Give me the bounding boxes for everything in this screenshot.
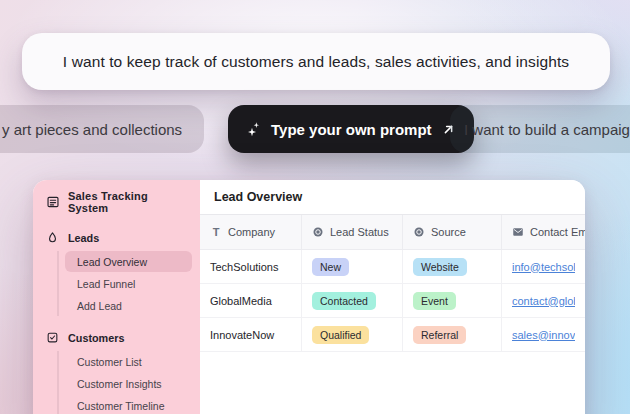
status-badge: Qualified <box>312 326 369 344</box>
select-icon <box>413 226 425 238</box>
sidebar-section-label: Customers <box>68 332 124 344</box>
sidebar-item-lead-funnel[interactable]: Lead Funnel <box>65 273 192 294</box>
sidebar-item-label: Lead Funnel <box>77 278 135 290</box>
prompt-bubble-text: I want to keep track of customers and le… <box>63 53 569 71</box>
cell-lead-status[interactable]: New <box>302 250 403 283</box>
sidebar-sublist-customers: Customer List Customer Insights Customer… <box>57 351 192 414</box>
prompt-chip-right-label: I want to build a campaign <box>464 121 630 138</box>
sidebar-item-customer-insights[interactable]: Customer Insights <box>65 373 192 394</box>
form-list-icon <box>46 195 60 209</box>
column-header-contact-email[interactable]: Contact Email <box>502 215 585 249</box>
envelope-icon <box>512 226 524 238</box>
column-header-label: Lead Status <box>330 226 389 238</box>
status-badge: Contacted <box>312 292 376 310</box>
sidebar-item-label: Customer List <box>77 356 142 368</box>
source-badge: Website <box>413 258 467 276</box>
sidebar-item-label: Customer Timeline <box>77 400 165 412</box>
type-your-own-prompt-button[interactable]: Type your own prompt <box>228 105 474 153</box>
sidebar-sublist-leads: Lead Overview Lead Funnel Add Lead <box>57 251 192 316</box>
source-badge: Event <box>413 292 456 310</box>
select-icon <box>312 226 324 238</box>
sidebar-item-customer-list[interactable]: Customer List <box>65 351 192 372</box>
prompt-chip-left-label: y art pieces and collections <box>2 121 182 138</box>
sidebar-item-add-lead[interactable]: Add Lead <box>65 295 192 316</box>
cell-source[interactable]: Event <box>403 284 502 317</box>
cell-source[interactable]: Referral <box>403 318 502 351</box>
email-link[interactable]: sales@innovatenow.com <box>512 329 575 341</box>
sidebar: Sales Tracking System Leads Lead Overvie… <box>33 180 200 414</box>
cell-lead-status[interactable]: Contacted <box>302 284 403 317</box>
app-window: Sales Tracking System Leads Lead Overvie… <box>33 180 585 414</box>
source-badge: Referral <box>413 326 466 344</box>
column-header-label: Company <box>228 226 275 238</box>
sidebar-item-label: Lead Overview <box>77 256 147 268</box>
company-name: TechSolutions <box>210 261 279 273</box>
page-title: Lead Overview <box>200 180 585 215</box>
page-background: I want to keep track of customers and le… <box>0 0 630 414</box>
email-link[interactable]: contact@globalmedia.com <box>512 295 575 307</box>
column-header-source[interactable]: Source <box>403 215 502 249</box>
table-header-row: T Company Lead Status <box>200 215 585 250</box>
sidebar-item-label: Add Lead <box>77 300 122 312</box>
sidebar-section-leads[interactable]: Leads <box>33 228 200 248</box>
sidebar-item-label: Customer Insights <box>77 378 162 390</box>
column-header-company[interactable]: T Company <box>200 215 302 249</box>
sidebar-section-label: Leads <box>68 232 99 244</box>
status-badge: New <box>312 258 349 276</box>
droplet-icon <box>46 231 60 245</box>
sidebar-section-customers[interactable]: Customers <box>33 328 200 348</box>
table-row: InnovateNow Qualified Referral sales@inn… <box>200 318 585 352</box>
sidebar-header: Sales Tracking System <box>33 188 200 216</box>
main-content: Lead Overview T Company Lead Status <box>200 180 585 414</box>
cell-contact-email: info@techsolutions.com <box>502 250 585 283</box>
prompt-bubble[interactable]: I want to keep track of customers and le… <box>22 33 610 90</box>
table-row: GlobalMedia Contacted Event contact@glob… <box>200 284 585 318</box>
cell-company[interactable]: GlobalMedia <box>200 284 302 317</box>
company-name: InnovateNow <box>210 329 274 341</box>
app-title: Sales Tracking System <box>68 190 187 214</box>
company-name: GlobalMedia <box>210 295 272 307</box>
page-title-text: Lead Overview <box>214 190 302 204</box>
sidebar-item-customer-timeline[interactable]: Customer Timeline <box>65 395 192 414</box>
type-your-own-prompt-label: Type your own prompt <box>271 121 432 138</box>
cell-contact-email: contact@globalmedia.com <box>502 284 585 317</box>
cell-source[interactable]: Website <box>403 250 502 283</box>
prompt-chip-left[interactable]: y art pieces and collections <box>0 105 204 153</box>
text-type-icon: T <box>210 226 222 238</box>
cell-contact-email: sales@innovatenow.com <box>502 318 585 351</box>
cell-company[interactable]: TechSolutions <box>200 250 302 283</box>
sparkles-icon <box>246 121 262 137</box>
column-header-label: Contact Email <box>530 226 585 238</box>
cell-company[interactable]: InnovateNow <box>200 318 302 351</box>
email-link[interactable]: info@techsolutions.com <box>512 261 575 273</box>
cell-lead-status[interactable]: Qualified <box>302 318 403 351</box>
table-row: TechSolutions New Website info@techsolut… <box>200 250 585 284</box>
prompt-chip-right[interactable]: I want to build a campaign <box>450 105 630 153</box>
column-header-lead-status[interactable]: Lead Status <box>302 215 403 249</box>
checkbox-icon <box>46 331 60 345</box>
sidebar-item-lead-overview[interactable]: Lead Overview <box>65 251 192 272</box>
column-header-label: Source <box>431 226 466 238</box>
